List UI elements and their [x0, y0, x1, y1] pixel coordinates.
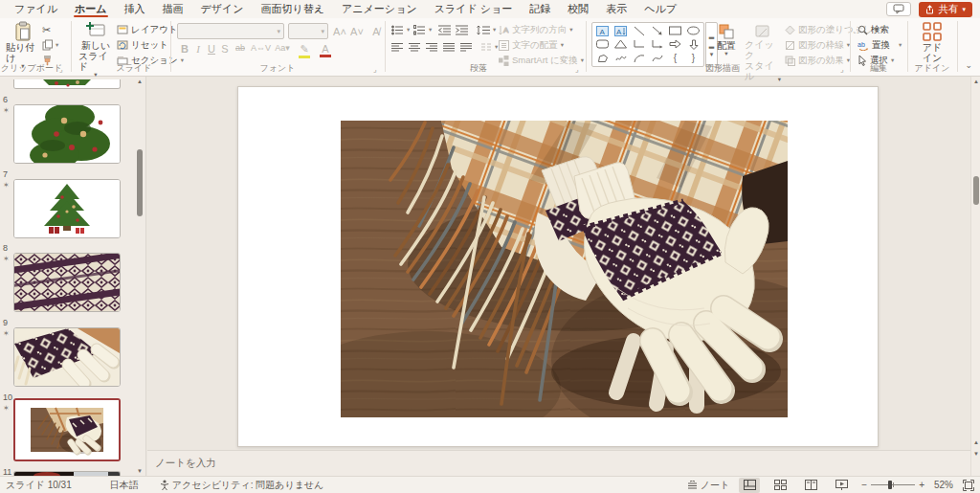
paste-button[interactable]: 貼り付け ▾: [6, 21, 40, 68]
slide-photo-gloves-scarf[interactable]: [341, 121, 788, 417]
font-color-button[interactable]: A: [320, 43, 331, 57]
align-left-button[interactable]: [391, 40, 403, 54]
zoom-slider-thumb[interactable]: [888, 481, 892, 489]
tab-slideshow[interactable]: スライド ショー: [426, 0, 522, 18]
paragraph-dialog-launcher[interactable]: ⌟: [575, 65, 579, 74]
clear-formatting-button[interactable]: A̸: [369, 26, 383, 37]
align-right-button[interactable]: [426, 40, 437, 54]
shape-rounded-rectangle-button[interactable]: [595, 38, 611, 51]
tab-design[interactable]: デザイン: [192, 0, 253, 18]
shape-textbox-horizontal-button[interactable]: A: [595, 25, 611, 37]
shape-right-arrow-button[interactable]: [668, 38, 683, 51]
accessibility-status[interactable]: アクセシビリティ: 問題ありません: [160, 479, 324, 492]
tab-home[interactable]: ホーム: [66, 0, 116, 18]
strikethrough-button[interactable]: ab: [232, 43, 249, 53]
shape-elbow-connector-button[interactable]: [632, 38, 647, 51]
clipboard-dialog-launcher[interactable]: ⌟: [59, 65, 63, 74]
decrease-font-button[interactable]: A˅: [350, 26, 364, 37]
tab-transitions[interactable]: 画面切り替え: [253, 0, 334, 18]
scroll-down-icon[interactable]: ▼: [136, 468, 144, 474]
font-size-select[interactable]: ▾: [288, 23, 328, 39]
tab-record[interactable]: 記録: [521, 0, 559, 18]
shape-scribble-button[interactable]: [613, 52, 629, 64]
zoom-out-button[interactable]: −: [861, 480, 867, 490]
font-name-select[interactable]: ▾: [177, 23, 284, 39]
drawing-dialog-launcher[interactable]: ⌟: [840, 65, 844, 74]
shape-curve-button[interactable]: [650, 52, 665, 64]
line-spacing-button[interactable]: ▾: [477, 23, 496, 36]
main-scrollbar-thumb[interactable]: [973, 176, 979, 205]
shape-outline-button[interactable]: 図形の枠線▾: [785, 38, 850, 52]
reading-view-button[interactable]: [800, 478, 821, 493]
shape-line-button[interactable]: [632, 25, 647, 37]
slide-sorter-view-button[interactable]: [769, 478, 791, 493]
slide-5-thumbnail-partial[interactable]: [13, 79, 121, 89]
text-direction-button[interactable]: A 文字列の方向▾: [499, 23, 573, 36]
tab-review[interactable]: 校閲: [559, 0, 597, 18]
slide-counter[interactable]: スライド 10/31: [6, 479, 72, 492]
shape-textbox-vertical-button[interactable]: A: [613, 25, 629, 37]
underline-button[interactable]: U: [205, 43, 218, 55]
align-text-button[interactable]: 文字の配置▾: [499, 38, 564, 52]
bullets-button[interactable]: ▾: [391, 23, 410, 36]
copy-button[interactable]: ▾: [42, 38, 58, 52]
justify-button[interactable]: [443, 40, 455, 54]
next-slide-icon[interactable]: ▼: [971, 451, 980, 457]
thumbnail-scrollbar-thumb[interactable]: [137, 149, 143, 216]
previous-slide-icon[interactable]: ▲: [971, 439, 980, 445]
tab-draw[interactable]: 描画: [154, 0, 192, 18]
collapse-ribbon-button[interactable]: ⌄: [965, 60, 972, 70]
reset-button[interactable]: リセット: [117, 38, 168, 52]
italic-button[interactable]: I: [191, 43, 205, 55]
shape-arrow-button[interactable]: [650, 25, 665, 37]
tab-file[interactable]: ファイル: [6, 0, 66, 18]
zoom-in-button[interactable]: +: [919, 480, 924, 490]
fit-slide-to-window-button[interactable]: [963, 480, 974, 491]
character-spacing-button[interactable]: A⇔V: [251, 43, 270, 53]
shape-triangle-button[interactable]: [613, 38, 629, 51]
slide-9-thumbnail[interactable]: [13, 327, 121, 387]
zoom-slider[interactable]: [871, 484, 915, 485]
align-center-button[interactable]: [409, 40, 420, 54]
columns-button[interactable]: ▾: [480, 40, 498, 54]
font-dialog-launcher[interactable]: ⌟: [373, 65, 377, 74]
change-case-button[interactable]: Aa▾: [274, 43, 291, 53]
zoom-level[interactable]: 52%: [934, 480, 953, 490]
tab-animations[interactable]: アニメーション: [333, 0, 426, 18]
shape-down-arrow-button[interactable]: [686, 38, 702, 51]
distribute-button[interactable]: [460, 40, 472, 54]
cut-button[interactable]: ✂: [42, 23, 51, 36]
tab-help[interactable]: ヘルプ: [635, 0, 685, 18]
comments-button[interactable]: [886, 2, 911, 16]
decrease-indent-button[interactable]: [438, 23, 451, 36]
shape-oval-button[interactable]: [686, 25, 702, 37]
normal-view-button[interactable]: [739, 478, 760, 493]
thumbnail-scrollbar[interactable]: ▲ ▼: [136, 77, 144, 476]
highlight-color-button[interactable]: ✎: [299, 43, 310, 58]
find-button[interactable]: 検索: [858, 23, 889, 36]
arrange-button[interactable]: 配置 ▾: [710, 21, 743, 56]
tab-insert[interactable]: 挿入: [116, 0, 154, 18]
slide-8-thumbnail[interactable]: [13, 253, 121, 312]
slide-7-thumbnail[interactable]: [13, 179, 121, 238]
slideshow-view-button[interactable]: [831, 478, 852, 493]
layout-button[interactable]: レイアウト▾: [117, 23, 184, 36]
notes-toggle-button[interactable]: ノート: [687, 479, 729, 492]
bold-button[interactable]: B: [178, 43, 191, 55]
slide-10-thumbnail-selected[interactable]: [13, 398, 121, 461]
text-shadow-button[interactable]: S: [218, 43, 232, 55]
numbering-button[interactable]: ▾: [413, 23, 432, 36]
scroll-up-icon[interactable]: ▲: [971, 78, 980, 84]
notes-pane[interactable]: ノートを入力: [147, 450, 980, 476]
replace-button[interactable]: ab 置換▾: [858, 38, 902, 52]
slide-6-thumbnail[interactable]: [13, 104, 121, 164]
addins-button[interactable]: アド イン: [915, 21, 949, 63]
tab-view[interactable]: 表示: [597, 0, 635, 18]
increase-indent-button[interactable]: [456, 23, 468, 36]
increase-font-button[interactable]: A˄: [333, 26, 346, 37]
shape-freeform-button[interactable]: [595, 52, 611, 64]
shape-rectangle-button[interactable]: [668, 25, 683, 37]
current-slide[interactable]: [237, 86, 879, 447]
main-vertical-scrollbar[interactable]: ▲ ▲ ▼: [970, 77, 980, 476]
shape-arc-button[interactable]: [632, 52, 647, 64]
